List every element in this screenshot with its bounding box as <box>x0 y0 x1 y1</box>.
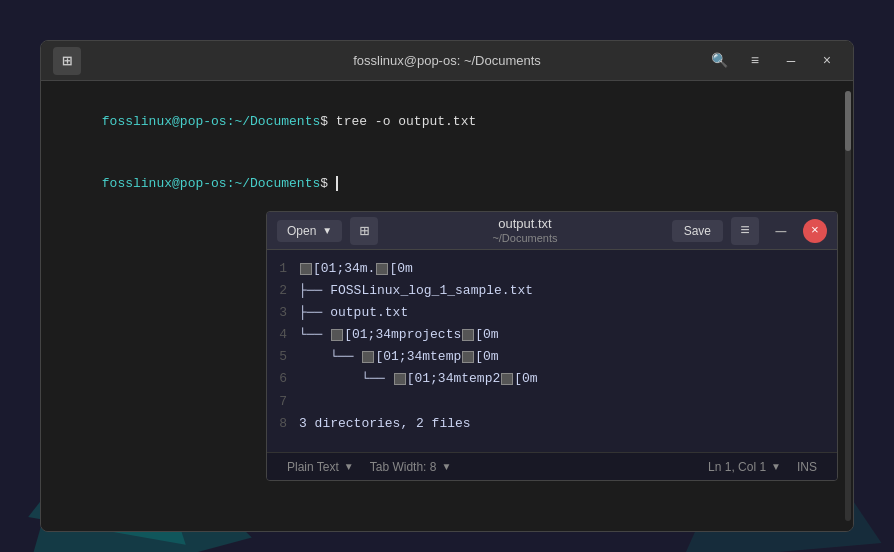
line-number: 2 <box>277 280 287 302</box>
open-label: Open <box>287 224 316 238</box>
prompt-command-1: $ tree -o output.txt <box>320 114 476 129</box>
editor-menu-icon: ≡ <box>740 222 750 240</box>
titlebar-controls: 🔍 ≡ — × <box>705 47 841 75</box>
editor-line-2: ├── FOSSLinux_log_1_sample.txt <box>299 280 829 302</box>
line-number: 5 <box>277 346 287 368</box>
editor-content-area: 1 2 3 4 5 6 7 8 [01;34m.[0m ├── FOSSLinu… <box>267 250 837 452</box>
editor-menu-button[interactable]: ≡ <box>731 217 759 245</box>
add-tab-icon: ⊞ <box>62 51 72 71</box>
plain-text-label: Plain Text <box>287 460 339 474</box>
menu-icon: ≡ <box>751 53 759 69</box>
save-button[interactable]: Save <box>672 220 723 242</box>
editor-window: Open ▼ ⊞ output.txt ~/Documents Save ≡ —… <box>266 211 838 481</box>
editor-line-7 <box>299 391 829 413</box>
terminal-scrollbar[interactable] <box>845 91 851 521</box>
line-number: 8 <box>277 413 287 435</box>
editor-statusbar: Plain Text ▼ Tab Width: 8 ▼ Ln 1, Col 1 … <box>267 452 837 480</box>
tab-width-chevron-icon: ▼ <box>441 461 451 472</box>
editor-minimize-button[interactable]: — <box>767 217 795 245</box>
editor-text[interactable]: [01;34m.[0m ├── FOSSLinux_log_1_sample.t… <box>295 250 837 452</box>
editor-line-4: └── [01;34mprojects[0m <box>299 324 829 346</box>
editor-filename: output.txt <box>386 216 663 232</box>
minimize-icon: — <box>787 53 795 69</box>
cursor-position-label: Ln 1, Col 1 <box>708 460 766 474</box>
open-button[interactable]: Open ▼ <box>277 220 342 242</box>
search-button[interactable]: 🔍 <box>705 47 733 75</box>
add-tab-button[interactable]: ⊞ <box>53 47 81 75</box>
cursor-position[interactable]: Ln 1, Col 1 ▼ <box>700 460 789 474</box>
terminal-title: fosslinux@pop-os: ~/Documents <box>353 53 541 68</box>
line-number: 1 <box>277 258 287 280</box>
titlebar-left: ⊞ <box>53 47 81 75</box>
terminal-line-1: fosslinux@pop-os:~/Documents$ tree -o ou… <box>55 91 839 153</box>
editor-add-button[interactable]: ⊞ <box>350 217 378 245</box>
plain-text-chevron-icon: ▼ <box>344 461 354 472</box>
editor-minimize-icon: — <box>776 221 787 241</box>
close-button[interactable]: × <box>813 47 841 75</box>
line-number: 4 <box>277 324 287 346</box>
editor-line-1: [01;34m.[0m <box>299 258 829 280</box>
editor-titlebar: Open ▼ ⊞ output.txt ~/Documents Save ≡ —… <box>267 212 837 250</box>
tab-width-label: Tab Width: 8 <box>370 460 437 474</box>
editor-line-5: └── [01;34mtemp[0m <box>299 346 829 368</box>
editor-close-icon: × <box>811 223 819 238</box>
open-chevron-icon: ▼ <box>322 225 332 236</box>
terminal-window: ⊞ fosslinux@pop-os: ~/Documents 🔍 ≡ — × … <box>40 40 854 532</box>
insert-mode-label: INS <box>797 460 817 474</box>
prompt-user-1: fosslinux@pop-os:~/Documents <box>102 114 320 129</box>
line-number: 7 <box>277 391 287 413</box>
insert-mode: INS <box>789 460 825 474</box>
plain-text-selector[interactable]: Plain Text ▼ <box>279 460 362 474</box>
editor-line-8: 3 directories, 2 files <box>299 413 829 435</box>
search-icon: 🔍 <box>711 52 728 69</box>
menu-button[interactable]: ≡ <box>741 47 769 75</box>
minimize-button[interactable]: — <box>777 47 805 75</box>
editor-line-3: ├── output.txt <box>299 302 829 324</box>
scrollbar-thumb <box>845 91 851 151</box>
editor-add-icon: ⊞ <box>359 221 369 241</box>
editor-line-6: └── [01;34mtemp2[0m <box>299 368 829 390</box>
terminal-line-2: fosslinux@pop-os:~/Documents$ ​ <box>55 153 839 215</box>
tab-width-selector[interactable]: Tab Width: 8 ▼ <box>362 460 460 474</box>
editor-close-button[interactable]: × <box>803 219 827 243</box>
close-icon: × <box>823 53 831 69</box>
prompt-user-2: fosslinux@pop-os:~/Documents <box>102 176 320 191</box>
editor-title-area: output.txt ~/Documents <box>386 216 663 245</box>
line-number: 3 <box>277 302 287 324</box>
editor-filepath: ~/Documents <box>386 232 663 245</box>
cursor-chevron-icon: ▼ <box>771 461 781 472</box>
line-numbers: 1 2 3 4 5 6 7 8 <box>267 250 295 452</box>
line-number: 6 <box>277 368 287 390</box>
terminal-titlebar: ⊞ fosslinux@pop-os: ~/Documents 🔍 ≡ — × <box>41 41 853 81</box>
prompt-command-2: $ ​ <box>320 176 338 191</box>
